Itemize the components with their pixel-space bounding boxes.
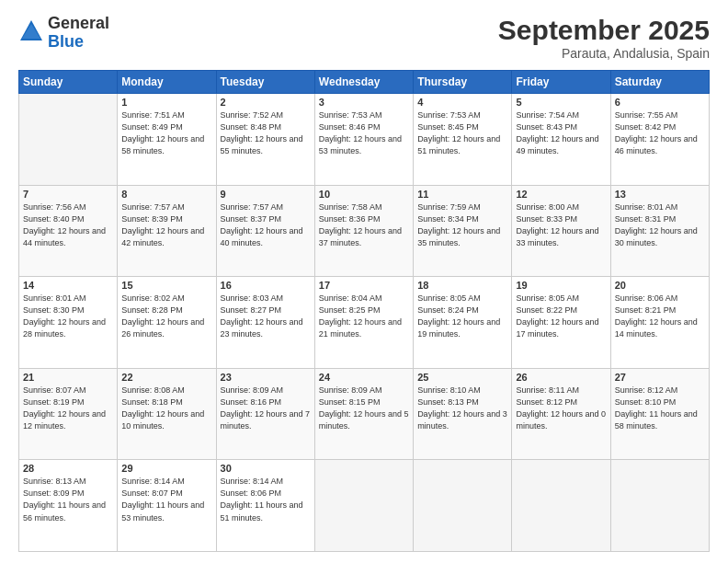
- logo-blue: Blue: [48, 33, 109, 52]
- day-info: Sunrise: 8:02 AM Sunset: 8:28 PM Dayligh…: [121, 293, 211, 340]
- calendar-cell: 15Sunrise: 8:02 AM Sunset: 8:28 PM Dayli…: [118, 277, 216, 369]
- day-number: 26: [516, 372, 606, 383]
- day-number: 4: [417, 97, 507, 108]
- calendar-cell: 3Sunrise: 7:53 AM Sunset: 8:46 PM Daylig…: [314, 94, 413, 186]
- calendar-cell: [314, 460, 413, 552]
- calendar-cell: 13Sunrise: 8:01 AM Sunset: 8:31 PM Dayli…: [610, 185, 709, 277]
- calendar-cell: [610, 460, 709, 552]
- day-number: 17: [319, 280, 409, 291]
- calendar-cell: 11Sunrise: 7:59 AM Sunset: 8:34 PM Dayli…: [414, 185, 512, 277]
- day-info: Sunrise: 8:10 AM Sunset: 8:13 PM Dayligh…: [417, 385, 507, 432]
- weekday-header: Friday: [512, 71, 610, 94]
- day-number: 25: [417, 372, 507, 383]
- day-info: Sunrise: 8:00 AM Sunset: 8:33 PM Dayligh…: [516, 201, 606, 249]
- day-info: Sunrise: 8:12 AM Sunset: 8:10 PM Dayligh…: [615, 385, 705, 432]
- day-number: 22: [121, 372, 211, 383]
- weekday-header: Sunday: [19, 71, 118, 94]
- month-title: September 2025: [498, 15, 710, 46]
- calendar-cell: 27Sunrise: 8:12 AM Sunset: 8:10 PM Dayli…: [610, 368, 709, 460]
- day-info: Sunrise: 7:53 AM Sunset: 8:46 PM Dayligh…: [319, 109, 409, 157]
- calendar-cell: 9Sunrise: 7:57 AM Sunset: 8:37 PM Daylig…: [216, 185, 314, 277]
- day-number: 11: [417, 189, 507, 200]
- weekday-header: Wednesday: [314, 71, 413, 94]
- day-number: 23: [221, 372, 311, 383]
- calendar-cell: 18Sunrise: 8:05 AM Sunset: 8:24 PM Dayli…: [414, 277, 512, 369]
- calendar-cell: [19, 94, 118, 186]
- day-number: 3: [319, 97, 409, 108]
- day-info: Sunrise: 7:57 AM Sunset: 8:39 PM Dayligh…: [121, 201, 211, 249]
- weekday-header: Thursday: [414, 71, 512, 94]
- logo-general: General: [48, 15, 109, 33]
- calendar-header-row: SundayMondayTuesdayWednesdayThursdayFrid…: [19, 71, 710, 94]
- calendar-cell: 29Sunrise: 8:14 AM Sunset: 8:07 PM Dayli…: [118, 460, 216, 552]
- day-number: 9: [221, 189, 311, 200]
- day-number: 2: [221, 97, 311, 108]
- weekday-header: Monday: [118, 71, 216, 94]
- day-number: 5: [516, 97, 606, 108]
- weekday-header: Saturday: [610, 71, 709, 94]
- svg-marker-1: [22, 24, 40, 39]
- calendar-cell: 10Sunrise: 7:58 AM Sunset: 8:36 PM Dayli…: [314, 185, 413, 277]
- calendar-cell: 7Sunrise: 7:56 AM Sunset: 8:40 PM Daylig…: [19, 185, 118, 277]
- day-number: 14: [23, 280, 113, 291]
- day-number: 16: [221, 280, 311, 291]
- day-info: Sunrise: 8:07 AM Sunset: 8:19 PM Dayligh…: [23, 385, 113, 432]
- weekday-header: Tuesday: [216, 71, 314, 94]
- day-info: Sunrise: 8:01 AM Sunset: 8:30 PM Dayligh…: [23, 293, 113, 340]
- calendar-cell: 24Sunrise: 8:09 AM Sunset: 8:15 PM Dayli…: [314, 368, 413, 460]
- calendar-cell: 4Sunrise: 7:53 AM Sunset: 8:45 PM Daylig…: [414, 94, 512, 186]
- calendar-cell: 28Sunrise: 8:13 AM Sunset: 8:09 PM Dayli…: [19, 460, 118, 552]
- logo-icon: [18, 18, 44, 44]
- calendar-cell: 21Sunrise: 8:07 AM Sunset: 8:19 PM Dayli…: [19, 368, 118, 460]
- day-info: Sunrise: 8:06 AM Sunset: 8:21 PM Dayligh…: [615, 293, 705, 340]
- day-info: Sunrise: 7:56 AM Sunset: 8:40 PM Dayligh…: [23, 201, 113, 249]
- day-info: Sunrise: 7:55 AM Sunset: 8:42 PM Dayligh…: [615, 109, 705, 157]
- calendar-week-row: 28Sunrise: 8:13 AM Sunset: 8:09 PM Dayli…: [19, 460, 710, 552]
- title-block: September 2025 Parauta, Andalusia, Spain: [498, 15, 710, 61]
- calendar-cell: 17Sunrise: 8:04 AM Sunset: 8:25 PM Dayli…: [314, 277, 413, 369]
- calendar-cell: 2Sunrise: 7:52 AM Sunset: 8:48 PM Daylig…: [216, 94, 314, 186]
- day-info: Sunrise: 7:52 AM Sunset: 8:48 PM Dayligh…: [221, 109, 311, 157]
- day-info: Sunrise: 7:53 AM Sunset: 8:45 PM Dayligh…: [417, 109, 507, 157]
- calendar-cell: 5Sunrise: 7:54 AM Sunset: 8:43 PM Daylig…: [512, 94, 610, 186]
- calendar-cell: 12Sunrise: 8:00 AM Sunset: 8:33 PM Dayli…: [512, 185, 610, 277]
- day-number: 20: [615, 280, 705, 291]
- calendar-cell: 1Sunrise: 7:51 AM Sunset: 8:49 PM Daylig…: [118, 94, 216, 186]
- calendar-week-row: 14Sunrise: 8:01 AM Sunset: 8:30 PM Dayli…: [19, 277, 710, 369]
- day-info: Sunrise: 8:11 AM Sunset: 8:12 PM Dayligh…: [516, 385, 606, 432]
- calendar-cell: [512, 460, 610, 552]
- day-number: 13: [615, 189, 705, 200]
- day-number: 27: [615, 372, 705, 383]
- day-number: 6: [615, 97, 705, 108]
- calendar-cell: 30Sunrise: 8:14 AM Sunset: 8:06 PM Dayli…: [216, 460, 314, 552]
- day-number: 12: [516, 189, 606, 200]
- calendar-cell: 26Sunrise: 8:11 AM Sunset: 8:12 PM Dayli…: [512, 368, 610, 460]
- day-number: 28: [23, 463, 113, 474]
- day-info: Sunrise: 8:14 AM Sunset: 8:06 PM Dayligh…: [221, 476, 311, 523]
- day-number: 10: [319, 189, 409, 200]
- calendar-week-row: 7Sunrise: 7:56 AM Sunset: 8:40 PM Daylig…: [19, 185, 710, 277]
- calendar-table: SundayMondayTuesdayWednesdayThursdayFrid…: [18, 70, 710, 552]
- logo-text: General Blue: [48, 15, 109, 52]
- day-info: Sunrise: 8:01 AM Sunset: 8:31 PM Dayligh…: [615, 201, 705, 249]
- day-number: 24: [319, 372, 409, 383]
- calendar-cell: 8Sunrise: 7:57 AM Sunset: 8:39 PM Daylig…: [118, 185, 216, 277]
- day-number: 18: [417, 280, 507, 291]
- day-number: 19: [516, 280, 606, 291]
- calendar-cell: 20Sunrise: 8:06 AM Sunset: 8:21 PM Dayli…: [610, 277, 709, 369]
- day-info: Sunrise: 8:05 AM Sunset: 8:24 PM Dayligh…: [417, 293, 507, 340]
- calendar-cell: 6Sunrise: 7:55 AM Sunset: 8:42 PM Daylig…: [610, 94, 709, 186]
- calendar-cell: 19Sunrise: 8:05 AM Sunset: 8:22 PM Dayli…: [512, 277, 610, 369]
- day-number: 15: [121, 280, 211, 291]
- location: Parauta, Andalusia, Spain: [498, 46, 710, 61]
- day-number: 21: [23, 372, 113, 383]
- calendar-cell: [414, 460, 512, 552]
- day-info: Sunrise: 8:05 AM Sunset: 8:22 PM Dayligh…: [516, 293, 606, 340]
- day-number: 7: [23, 189, 113, 200]
- day-info: Sunrise: 7:59 AM Sunset: 8:34 PM Dayligh…: [417, 201, 507, 249]
- logo: General Blue: [18, 15, 109, 52]
- day-info: Sunrise: 8:09 AM Sunset: 8:16 PM Dayligh…: [221, 385, 311, 432]
- day-info: Sunrise: 8:13 AM Sunset: 8:09 PM Dayligh…: [23, 476, 113, 523]
- day-number: 1: [121, 97, 211, 108]
- day-number: 29: [121, 463, 211, 474]
